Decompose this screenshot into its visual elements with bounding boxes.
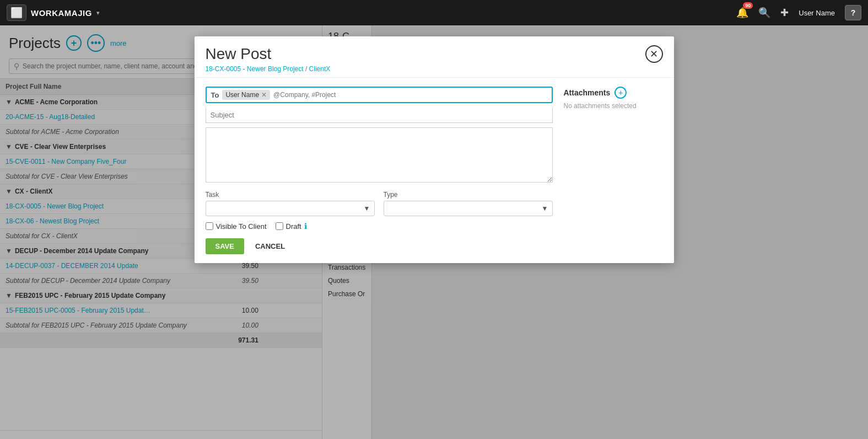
save-button[interactable]: SAVE — [206, 238, 244, 254]
notifications-button[interactable]: 🔔 90 — [736, 7, 748, 19]
type-select[interactable] — [384, 201, 553, 216]
attachments-title-row: Attachments + — [564, 87, 663, 99]
subject-field[interactable] — [206, 108, 553, 123]
to-tag-remove-button[interactable]: ✕ — [261, 91, 267, 99]
nav-icons: 🔔 90 🔍 ✚ User Name ? — [736, 5, 861, 20]
type-field-group: Type ▼ — [384, 191, 553, 216]
add-attachment-button[interactable]: + — [614, 87, 627, 99]
draft-info-icon[interactable]: ℹ — [304, 222, 307, 231]
no-attachments-label: No attachments selected — [564, 102, 663, 110]
modal-header-content: New Post 18-CX-0005 - Newer Blog Project… — [206, 45, 331, 73]
modal-header: New Post 18-CX-0005 - Newer Blog Project… — [195, 36, 674, 78]
modal-close-button[interactable]: ✕ — [645, 45, 663, 63]
modal-attachments-sidebar: Attachments + No attachments selected — [564, 87, 663, 254]
app-logo[interactable]: ⬜ — [7, 4, 26, 21]
action-buttons: SAVE CANCEL — [206, 238, 553, 254]
to-tag: User Name ✕ — [222, 90, 270, 100]
help-button[interactable]: ? — [845, 5, 861, 20]
task-select[interactable] — [206, 201, 375, 216]
checkbox-row: Visible To Client Draft ℹ — [206, 222, 553, 231]
modal-body: To User Name ✕ Task — [195, 78, 674, 263]
notification-badge: 90 — [743, 2, 753, 9]
to-field-row: To User Name ✕ — [206, 87, 553, 103]
type-label: Type — [384, 191, 553, 199]
draft-checkbox[interactable] — [276, 222, 283, 230]
user-name-label[interactable]: User Name — [799, 9, 835, 17]
task-select-wrapper: ▼ — [206, 201, 375, 216]
breadcrumb-separator: / — [305, 65, 309, 73]
modal-breadcrumb: 18-CX-0005 - Newer Blog Project / Client… — [206, 65, 331, 73]
modal-title: New Post — [206, 45, 331, 63]
modal-form: To User Name ✕ Task — [206, 87, 553, 254]
visible-to-client-label: Visible To Client — [216, 222, 267, 231]
search-icon[interactable]: 🔍 — [758, 7, 770, 19]
to-label: To — [211, 91, 219, 99]
type-select-wrapper: ▼ — [384, 201, 553, 216]
task-field-group: Task ▼ — [206, 191, 375, 216]
body-textarea[interactable] — [206, 127, 553, 183]
app-menu-chevron[interactable]: ▾ — [96, 9, 100, 17]
add-icon[interactable]: ✚ — [780, 7, 789, 19]
to-input[interactable] — [273, 91, 547, 99]
draft-checkbox-item: Draft ℹ — [276, 222, 307, 231]
bell-icon: 🔔 — [736, 7, 748, 18]
attachments-title-label: Attachments — [564, 88, 611, 97]
cancel-button[interactable]: CANCEL — [250, 238, 290, 254]
logo-area: ⬜ WORKAMAJIG ▾ — [7, 4, 100, 21]
app-name: WORKAMAJIG — [31, 8, 92, 18]
breadcrumb-client-link[interactable]: ClientX — [309, 65, 331, 73]
visible-to-client-checkbox-item: Visible To Client — [206, 222, 267, 231]
task-label: Task — [206, 191, 375, 199]
visible-to-client-checkbox[interactable] — [206, 222, 213, 230]
modal-overlay: New Post 18-CX-0005 - Newer Blog Project… — [0, 25, 868, 439]
new-post-modal: New Post 18-CX-0005 - Newer Blog Project… — [195, 36, 674, 263]
breadcrumb-project-link[interactable]: 18-CX-0005 - Newer Blog Project — [206, 65, 304, 73]
to-tag-name: User Name — [225, 91, 259, 99]
task-type-row: Task ▼ Type — [206, 191, 553, 216]
top-navigation: ⬜ WORKAMAJIG ▾ 🔔 90 🔍 ✚ User Name ? — [0, 0, 868, 25]
draft-label: Draft — [286, 222, 301, 231]
